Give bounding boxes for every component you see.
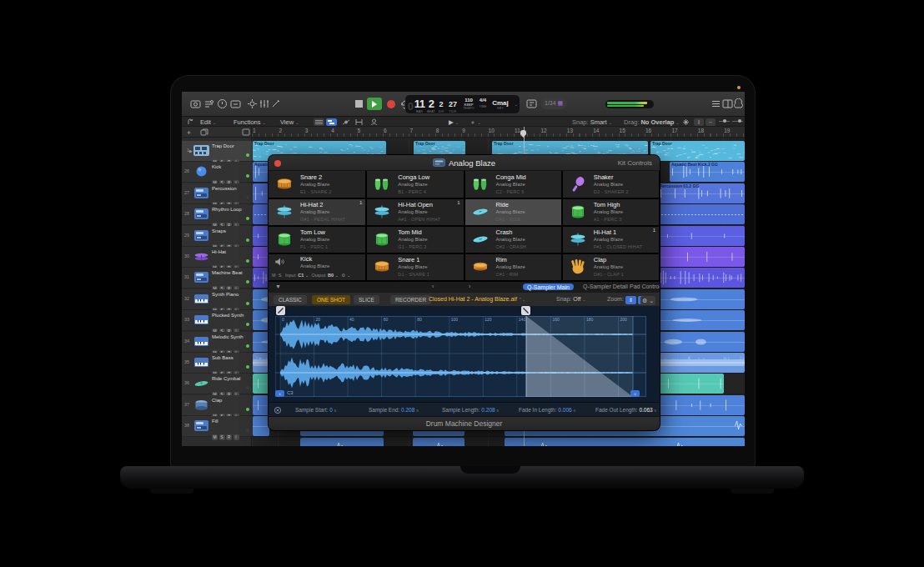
track-name[interactable]: Plucked Synth: [212, 313, 244, 318]
track-name[interactable]: Hi-Hat: [212, 249, 226, 254]
track-header-rhythm-loop[interactable]: 28Rhythm LoopMSRI: [182, 204, 252, 225]
help-icon[interactable]: [217, 98, 228, 109]
region-clip[interactable]: [300, 438, 384, 446]
region-clip[interactable]: [505, 438, 745, 446]
pencil-icon[interactable]: [270, 98, 281, 109]
sample-file-select[interactable]: Closed Hi-Hat 2 - Analog Blaze.aif ⌃⌄: [429, 296, 525, 302]
fade-in-handle[interactable]: [276, 306, 285, 315]
pad-hi-hat-1[interactable]: Hi-Hat 1Analog BlazeF#1 - CLOSED HIHAT1: [562, 226, 659, 253]
snap-select[interactable]: Snap: Smart ⌄: [572, 118, 612, 126]
track-name[interactable]: Kick: [212, 164, 221, 169]
track-header-plucked-synth[interactable]: 33Plucked SynthMSRI: [182, 310, 252, 331]
page-next-icon[interactable]: ›: [469, 284, 470, 289]
pad-ride[interactable]: RideAnalog BlazeD#2 - RIDE: [465, 198, 561, 225]
catch-playhead-icon[interactable]: [187, 118, 194, 126]
clear-icon[interactable]: [274, 407, 281, 414]
pad-conga-mid[interactable]: Conga MidAnalog BlazeC2 - PERC 5: [465, 171, 561, 198]
automation-icon[interactable]: [342, 118, 351, 126]
hzoom-icon[interactable]: ↔: [706, 118, 716, 126]
menu-view[interactable]: View ⌄: [280, 118, 299, 126]
track-name[interactable]: Ride Cymbal: [212, 376, 240, 381]
track-i-button[interactable]: I: [234, 434, 239, 440]
track-name[interactable]: Rhythm Loop: [212, 207, 242, 212]
track-name[interactable]: Synth Piano: [212, 292, 239, 297]
track-name[interactable]: Clap: [212, 398, 222, 403]
catch-icon[interactable]: [369, 118, 379, 126]
command-tool-select[interactable]: ＋ ⌄: [470, 118, 481, 127]
disclosure-arrow-icon[interactable]: ▶: [189, 148, 193, 153]
waveform-display[interactable]: 020406080100120140160180200: [275, 316, 646, 397]
track-header-snaps[interactable]: 29SnapsMSRI: [182, 226, 252, 247]
pad-clap[interactable]: ClapAnalog BlazeD#1 - CLAP 1: [562, 253, 659, 280]
settings-gear-button[interactable]: ⚙ ⌄: [640, 296, 655, 305]
track-header-melodic-synth[interactable]: 34Melodic SynthMSRI: [182, 332, 252, 353]
track-header-trap-door[interactable]: 1▶Trap DoorMSRI: [182, 141, 252, 162]
track-header-kick[interactable]: 26KickMSRI: [182, 162, 252, 183]
pad-rim[interactable]: RimAnalog BlazeC#1 - RIM: [465, 253, 561, 280]
track-name[interactable]: Snaps: [212, 228, 226, 233]
toolbar-icon[interactable]: [190, 98, 201, 109]
pad-snare-1[interactable]: Snare 1Analog BlazeD1 - SNARE 1: [366, 253, 463, 280]
tab-q-sampler-main[interactable]: Q-Sampler Main: [523, 284, 574, 290]
pad-shaker[interactable]: ShakerAnalog BlazeD2 - SHAKER 2: [562, 171, 659, 198]
filter-icon[interactable]: ▼: [275, 284, 281, 289]
zoom-slider-v[interactable]: [732, 121, 743, 122]
region-clip[interactable]: [253, 416, 269, 436]
mode-classic[interactable]: CLASSIC: [274, 295, 307, 304]
zoom-vertical-button[interactable]: ⇕: [625, 296, 636, 304]
pad-conga-low[interactable]: Conga LowAnalog BlazeB1 - PERC 4: [366, 171, 463, 198]
pad-tom-high[interactable]: Tom HighAnalog BlazeA1 - PERC 3: [562, 198, 659, 225]
region-aquatic-beat-kick-2-gg[interactable]: Aquatic Beat Kick.2 GG: [670, 162, 745, 182]
pad-snare-2[interactable]: Snare 2Analog BlazeE1 - SNARE 2: [269, 171, 365, 198]
pad-io-controls[interactable]: M S Input: C1 ⌄ Output: B0 ⌄ ⚙ ⌄: [272, 273, 350, 278]
track-header-hi-hat[interactable]: 30Hi-HatMSRI: [182, 247, 252, 268]
list-icon[interactable]: [711, 98, 721, 109]
region-trap-door[interactable]: Trap Door: [650, 141, 745, 161]
track-header-sub-bass[interactable]: 35Sub BassMSRI: [182, 353, 252, 374]
view-region-icon[interactable]: [326, 118, 337, 126]
pointer-tool-select[interactable]: ▶ ⌄: [449, 118, 459, 126]
browser-icon[interactable]: [722, 98, 733, 109]
pad-tom-mid[interactable]: Tom MidAnalog BlazeG1 - PERC 2: [366, 226, 463, 253]
flex-icon[interactable]: [354, 118, 364, 126]
info-sample-start-[interactable]: Sample Start: 0 s: [295, 407, 336, 413]
track-m-button[interactable]: M: [212, 434, 218, 440]
mixer-icon[interactable]: [203, 98, 214, 109]
lcd-display[interactable]: 0 11BAR 2BEAT 2DIV 27TICK 110KEEPTEMPO 4…: [405, 95, 520, 113]
view-grid-icon[interactable]: [314, 118, 324, 126]
track-r-button[interactable]: R: [226, 434, 232, 440]
pad-hi-hat-2[interactable]: Hi-Hat 2Analog BlazeG#1 - PEDAL HIHAT1: [269, 198, 365, 225]
zoom-slider-h[interactable]: [719, 121, 730, 122]
inspector-icon[interactable]: [230, 98, 241, 109]
track-header-fill[interactable]: 38FillMSRI: [182, 416, 252, 437]
recorder-button[interactable]: RECORDER: [390, 295, 431, 304]
pad-kick[interactable]: KickAnalog BlazeM S Input: C1 ⌄ Output: …: [269, 253, 365, 280]
ibeam-icon[interactable]: I: [694, 118, 704, 126]
info-fade-in-length-[interactable]: Fade In Length: 0.006 s: [519, 407, 575, 413]
duplicate-track-icon[interactable]: [200, 128, 208, 136]
track-name[interactable]: Sub Bass: [212, 355, 234, 360]
fade-out-handle[interactable]: [521, 306, 530, 315]
stop-button[interactable]: [355, 100, 363, 108]
autozoom-icon[interactable]: [682, 118, 690, 126]
note-pad-icon[interactable]: [526, 98, 537, 109]
track-name[interactable]: Melodic Synth: [212, 334, 244, 339]
mode-slice[interactable]: SLICE: [354, 295, 379, 304]
track-name[interactable]: Fill: [212, 419, 218, 424]
scroll-left-button[interactable]: ›: [275, 390, 284, 397]
track-header-synth-piano[interactable]: 32Synth PianoMSRI: [182, 289, 252, 310]
tab-q-sampler-detail[interactable]: Q-Sampler Detail: [583, 284, 628, 289]
track-header-percussion[interactable]: 27PercussionMSRI: [182, 183, 252, 204]
play-button[interactable]: [367, 98, 382, 110]
info-sample-length-[interactable]: Sample Length: 0.208 s: [442, 407, 499, 413]
track-header-clap[interactable]: 37ClapMSRI: [182, 395, 252, 416]
record-button[interactable]: [387, 100, 395, 108]
region-percussion-01-2-gg[interactable]: Percussion 01.2 GG: [658, 183, 745, 203]
scroll-right-button[interactable]: ‹: [630, 390, 640, 397]
pad-tom-low[interactable]: Tom LowAnalog BlazeF1 - PERC 1: [269, 226, 365, 253]
track-name[interactable]: Percussion: [212, 186, 237, 191]
pad-crash[interactable]: CrashAnalog BlazeC#2 - CRASH: [465, 226, 561, 253]
menu-edit[interactable]: Edit ⌄: [200, 118, 216, 126]
loops-icon[interactable]: [733, 98, 744, 109]
drag-select[interactable]: Drag: No Overlap ⌄: [624, 118, 680, 126]
